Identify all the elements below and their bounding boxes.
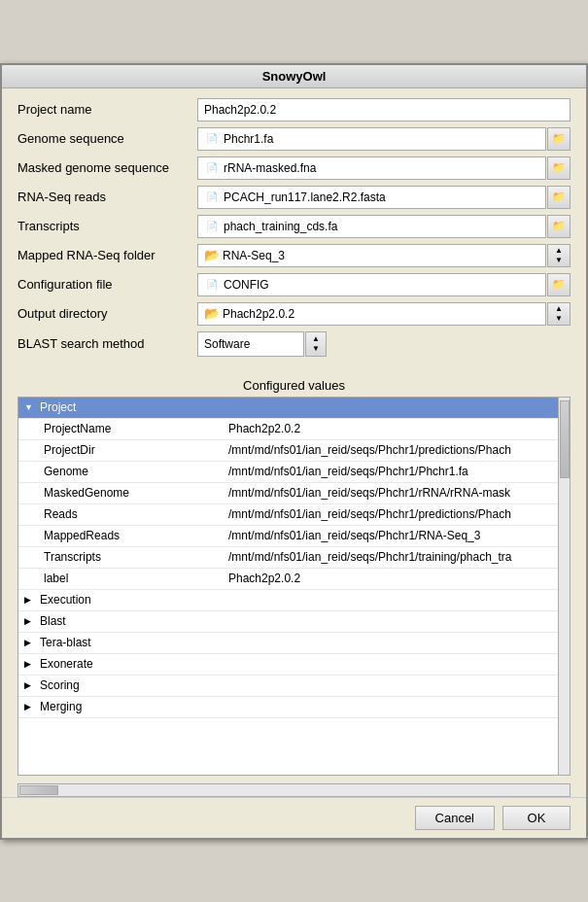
tree-scroll[interactable]: ▼ Project ProjectName Phach2p2.0.2 Proje… xyxy=(18,398,570,775)
mapped-folder-input-wrap: 📂 RNA-Seq_3 ▲ ▼ xyxy=(197,244,571,267)
blast-method-row: BLAST search method Software ▲ ▼ xyxy=(17,331,571,357)
transcripts-label: Transcripts xyxy=(17,219,197,233)
tree-val-transcripts: /mnt/md/nfs01/ian_reid/seqs/Phchr1/train… xyxy=(225,550,568,564)
table-row[interactable]: MaskedGenome /mnt/md/nfs01/ian_reid/seqs… xyxy=(18,483,570,504)
project-name-input-wrap: Phach2p2.0.2 xyxy=(197,98,571,121)
mapped-folder-value: RNA-Seq_3 xyxy=(223,249,285,262)
tree-group-merging-key: ▶ Merging xyxy=(20,700,225,713)
rnaseq-reads-value: PCACH_run117.lane2.R2.fasta xyxy=(224,191,386,204)
genome-sequence-browse[interactable]: 📁 xyxy=(547,127,571,151)
project-name-input[interactable]: Phach2p2.0.2 xyxy=(197,98,571,121)
rnaseq-reads-input[interactable]: 📄 PCACH_run117.lane2.R2.fasta xyxy=(197,186,546,209)
tree-group-merging[interactable]: ▶ Merging xyxy=(18,697,570,718)
tree-group-exonerate[interactable]: ▶ Exonerate xyxy=(18,654,570,676)
tree-group-execution-key: ▶ Execution xyxy=(20,593,225,607)
genome-sequence-input[interactable]: 📄 Phchr1.fa xyxy=(197,127,546,151)
tree-key-maskedgenome: MaskedGenome xyxy=(20,486,225,500)
rnaseq-reads-label: RNA-Seq reads xyxy=(17,190,197,204)
tree-val-label: Phach2p2.0.2 xyxy=(225,572,568,585)
ok-button[interactable]: OK xyxy=(502,806,571,830)
tree-val-projectname: Phach2p2.0.2 xyxy=(225,422,568,435)
tree-area: ▼ Project ProjectName Phach2p2.0.2 Proje… xyxy=(17,397,571,776)
masked-genome-input-wrap: 📄 rRNA-masked.fna 📁 xyxy=(197,156,571,180)
rnaseq-reads-row: RNA-Seq reads 📄 PCACH_run117.lane2.R2.fa… xyxy=(17,186,571,209)
masked-genome-row: Masked genome sequence 📄 rRNA-masked.fna… xyxy=(17,156,571,180)
expand-icon-terablast: ▶ xyxy=(24,638,38,647)
config-file-browse[interactable]: 📁 xyxy=(547,273,571,296)
bottom-bar: Cancel OK xyxy=(2,797,586,838)
config-file-input[interactable]: 📄 CONFIG xyxy=(197,273,546,296)
blast-method-select[interactable]: Software xyxy=(197,331,304,357)
masked-genome-label: Masked genome sequence xyxy=(17,160,197,175)
table-row[interactable]: Reads /mnt/md/nfs01/ian_reid/seqs/Phchr1… xyxy=(18,504,570,526)
config-file-input-wrap: 📄 CONFIG 📁 xyxy=(197,273,571,296)
tree-group-scoring-key: ▶ Scoring xyxy=(20,678,225,692)
tree-group-terablast[interactable]: ▶ Tera-blast xyxy=(18,633,570,654)
table-row[interactable]: ProjectDir /mnt/md/nfs01/ian_reid/seqs/P… xyxy=(18,440,570,462)
masked-genome-browse[interactable]: 📁 xyxy=(547,156,571,180)
table-row[interactable]: Transcripts /mnt/md/nfs01/ian_reid/seqs/… xyxy=(18,547,570,569)
rnaseq-reads-browse[interactable]: 📁 xyxy=(547,186,571,209)
masked-genome-value: rRNA-masked.fna xyxy=(224,161,316,175)
table-row[interactable]: MappedReads /mnt/md/nfs01/ian_reid/seqs/… xyxy=(18,526,570,547)
output-dir-value: Phach2p2.0.2 xyxy=(223,307,294,321)
table-row[interactable]: Genome /mnt/md/nfs01/ian_reid/seqs/Phchr… xyxy=(18,462,570,483)
transcripts-row: Transcripts 📄 phach_training_cds.fa 📁 xyxy=(17,215,571,238)
expand-icon-exonerate: ▶ xyxy=(24,659,38,669)
table-row[interactable]: ProjectName Phach2p2.0.2 xyxy=(18,419,570,440)
tree-val-reads: /mnt/md/nfs01/ian_reid/seqs/Phchr1/predi… xyxy=(225,507,568,521)
tree-val-genome: /mnt/md/nfs01/ian_reid/seqs/Phchr1/Phchr… xyxy=(225,465,568,478)
expand-icon-blast: ▶ xyxy=(24,616,38,626)
genome-sequence-input-wrap: 📄 Phchr1.fa 📁 xyxy=(197,127,571,151)
blast-method-value: Software xyxy=(204,337,250,351)
file-icon5: 📄 xyxy=(204,277,220,293)
vertical-scrollbar[interactable] xyxy=(558,398,570,775)
mapped-folder-row: Mapped RNA-Seq folder 📂 RNA-Seq_3 ▲ ▼ xyxy=(17,244,571,267)
form-area: Project name Phach2p2.0.2 Genome sequenc… xyxy=(2,88,586,372)
blast-method-label: BLAST search method xyxy=(17,336,197,351)
output-dir-input[interactable]: 📂 Phach2p2.0.2 xyxy=(197,302,546,326)
tree-val-projectdir: /mnt/md/nfs01/ian_reid/seqs/Phchr1/predi… xyxy=(225,443,568,457)
config-file-row: Configuration file 📄 CONFIG 📁 xyxy=(17,273,571,296)
tree-key-projectname: ProjectName xyxy=(20,422,225,435)
tree-group-blast-key: ▶ Blast xyxy=(20,614,225,628)
transcripts-browse[interactable]: 📁 xyxy=(547,215,571,238)
genome-sequence-label: Genome sequence xyxy=(17,131,197,146)
masked-genome-input[interactable]: 📄 rRNA-masked.fna xyxy=(197,156,546,180)
output-dir-spinner[interactable]: ▲ ▼ xyxy=(547,302,571,326)
folder-icon: 📂 xyxy=(204,248,220,262)
table-row[interactable]: label Phach2p2.0.2 xyxy=(18,569,570,590)
tree-key-projectdir: ProjectDir xyxy=(20,443,225,457)
scrollbar-thumb[interactable] xyxy=(560,400,570,478)
mapped-folder-input[interactable]: 📂 RNA-Seq_3 xyxy=(197,244,546,267)
tree-group-blast[interactable]: ▶ Blast xyxy=(18,611,570,633)
config-file-label: Configuration file xyxy=(17,277,197,292)
tree-group-project-label: Project xyxy=(40,400,76,414)
output-dir-label: Output directory xyxy=(17,306,197,321)
tree-group-scoring[interactable]: ▶ Scoring xyxy=(18,676,570,697)
blast-method-spinner[interactable]: ▲ ▼ xyxy=(305,331,327,357)
transcripts-value: phach_training_cds.fa xyxy=(224,220,337,233)
hscroll-thumb[interactable] xyxy=(19,785,58,795)
project-name-label: Project name xyxy=(17,102,197,117)
file-icon: 📄 xyxy=(204,131,220,147)
horizontal-scrollbar[interactable] xyxy=(17,783,571,797)
tree-group-exonerate-key: ▶ Exonerate xyxy=(20,657,225,671)
file-icon4: 📄 xyxy=(204,219,220,234)
mapped-folder-spinner[interactable]: ▲ ▼ xyxy=(547,244,571,267)
cancel-button[interactable]: Cancel xyxy=(415,806,495,830)
tree-val-mappedreads: /mnt/md/nfs01/ian_reid/seqs/Phchr1/RNA-S… xyxy=(225,529,568,542)
configured-values-label: Configured values xyxy=(2,378,586,393)
folder-icon2: 📂 xyxy=(204,306,220,321)
rnaseq-reads-input-wrap: 📄 PCACH_run117.lane2.R2.fasta 📁 xyxy=(197,186,571,209)
main-window: SnowyOwl Project name Phach2p2.0.2 Genom… xyxy=(0,63,588,840)
tree-group-project[interactable]: ▼ Project xyxy=(18,398,570,419)
file-icon3: 📄 xyxy=(204,190,220,205)
tree-group-execution[interactable]: ▶ Execution xyxy=(18,590,570,611)
genome-sequence-row: Genome sequence 📄 Phchr1.fa 📁 xyxy=(17,127,571,151)
tree-key-mappedreads: MappedReads xyxy=(20,529,225,542)
title-bar: SnowyOwl xyxy=(2,65,586,88)
tree-group-terablast-key: ▶ Tera-blast xyxy=(20,636,225,649)
transcripts-input-wrap: 📄 phach_training_cds.fa 📁 xyxy=(197,215,571,238)
transcripts-input[interactable]: 📄 phach_training_cds.fa xyxy=(197,215,546,238)
